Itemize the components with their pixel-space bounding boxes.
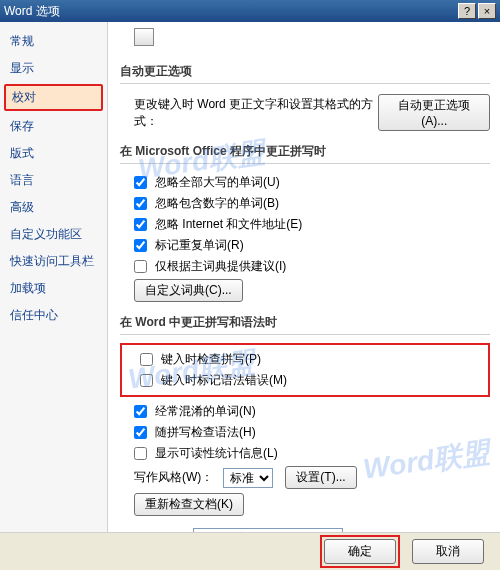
chk-mark-grammar[interactable] — [140, 374, 153, 387]
custom-dict-row: 自定义词典(C)... — [120, 277, 490, 304]
sidebar-item-layout[interactable]: 版式 — [0, 140, 107, 167]
body: 常规 显示 校对 保存 版式 语言 高级 自定义功能区 快速访问工具栏 加载项 … — [0, 22, 500, 532]
chk-flag-repeat[interactable] — [134, 239, 147, 252]
section-exceptions-head: 例外项(X)： 网站金字塔结构.docx — [120, 524, 490, 532]
chk-ignore-uppercase[interactable] — [134, 176, 147, 189]
opt-grammar-with-spell: 随拼写检查语法(H) — [120, 422, 490, 443]
cancel-button[interactable]: 取消 — [412, 539, 484, 564]
chk-confused-words[interactable] — [134, 405, 147, 418]
opt-readability: 显示可读性统计信息(L) — [120, 443, 490, 464]
dialog-footer: 确定 取消 — [0, 532, 500, 570]
content-pane: 自动更正选项 更改键入时 Word 更正文字和设置其格式的方式： 自动更正选项(… — [108, 22, 500, 532]
opt-ignore-internet: 忽略 Internet 和文件地址(E) — [120, 214, 490, 235]
writing-style-row: 写作风格(W)： 标准 设置(T)... — [120, 464, 490, 491]
writing-style-label: 写作风格(W)： — [134, 469, 213, 486]
sidebar-item-proofing[interactable]: 校对 — [4, 84, 103, 111]
sidebar-item-addins[interactable]: 加载项 — [0, 275, 107, 302]
sidebar-item-general[interactable]: 常规 — [0, 28, 107, 55]
autocorrect-options-button[interactable]: 自动更正选项(A)... — [378, 94, 490, 131]
titlebar: Word 选项 ? × — [0, 0, 500, 22]
opt-confused-words: 经常混淆的单词(N) — [120, 401, 490, 422]
highlight-box-spellgrammar: 键入时检查拼写(P) 键入时标记语法错误(M) — [120, 343, 490, 397]
custom-dictionaries-button[interactable]: 自定义词典(C)... — [134, 279, 243, 302]
icon-placeholder — [134, 28, 154, 46]
autocorrect-desc: 更改键入时 Word 更正文字和设置其格式的方式： — [134, 96, 374, 130]
writing-settings-button[interactable]: 设置(T)... — [285, 466, 356, 489]
window-title: Word 选项 — [4, 3, 456, 20]
opt-main-dict-only: 仅根据主词典提供建议(I) — [120, 256, 490, 277]
chk-ignore-numbers[interactable] — [134, 197, 147, 210]
recheck-row: 重新检查文档(K) — [120, 491, 490, 518]
chk-grammar-with-spell[interactable] — [134, 426, 147, 439]
writing-style-select[interactable]: 标准 — [223, 468, 273, 488]
sidebar-item-language[interactable]: 语言 — [0, 167, 107, 194]
sidebar-item-display[interactable]: 显示 — [0, 55, 107, 82]
section-autocorrect-head: 自动更正选项 — [120, 59, 490, 84]
sidebar-item-advanced[interactable]: 高级 — [0, 194, 107, 221]
chk-main-dict-only[interactable] — [134, 260, 147, 273]
chk-readability[interactable] — [134, 447, 147, 460]
opt-mark-grammar: 键入时标记语法错误(M) — [126, 370, 484, 391]
autocorrect-row: 更改键入时 Word 更正文字和设置其格式的方式： 自动更正选项(A)... — [120, 92, 490, 133]
chk-check-spelling[interactable] — [140, 353, 153, 366]
section-office-head: 在 Microsoft Office 程序中更正拼写时 — [120, 139, 490, 164]
sidebar-item-qat[interactable]: 快速访问工具栏 — [0, 248, 107, 275]
close-button[interactable]: × — [478, 3, 496, 19]
help-button[interactable]: ? — [458, 3, 476, 19]
section-word-head: 在 Word 中更正拼写和语法时 — [120, 310, 490, 335]
opt-ignore-uppercase: 忽略全部大写的单词(U) — [120, 172, 490, 193]
opt-flag-repeat: 标记重复单词(R) — [120, 235, 490, 256]
chk-ignore-internet[interactable] — [134, 218, 147, 231]
ok-highlight: 确定 — [320, 535, 400, 568]
sidebar-item-customize-ribbon[interactable]: 自定义功能区 — [0, 221, 107, 248]
sidebar-item-save[interactable]: 保存 — [0, 113, 107, 140]
sidebar-item-trust[interactable]: 信任中心 — [0, 302, 107, 329]
opt-ignore-numbers: 忽略包含数字的单词(B) — [120, 193, 490, 214]
recheck-document-button[interactable]: 重新检查文档(K) — [134, 493, 244, 516]
opt-check-spelling: 键入时检查拼写(P) — [126, 349, 484, 370]
ok-button[interactable]: 确定 — [324, 539, 396, 564]
sidebar: 常规 显示 校对 保存 版式 语言 高级 自定义功能区 快速访问工具栏 加载项 … — [0, 22, 108, 532]
